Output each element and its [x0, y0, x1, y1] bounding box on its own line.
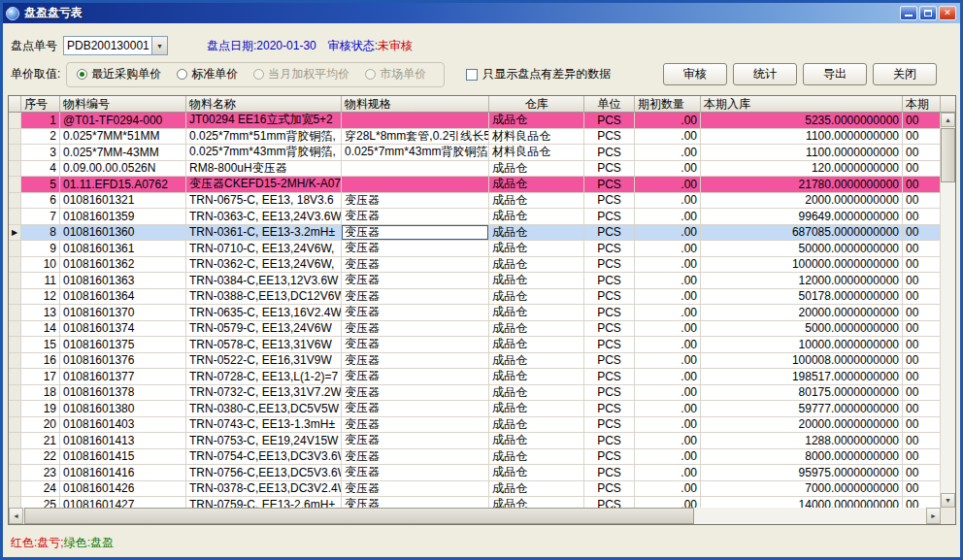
cell-unit[interactable]: PCS — [584, 257, 635, 273]
table-row[interactable]: 1301081601370TRN-0635-C, EE13,16V2.4W变压器… — [9, 305, 941, 321]
cell-unit[interactable]: PCS — [584, 321, 635, 337]
cell-name[interactable]: TRN-0363-C, EE13,24V3.6W — [186, 209, 342, 224]
cell-no[interactable]: 25 — [21, 497, 60, 508]
table-row[interactable]: 1401081601374TRN-0579-C, EE13,24V6W变压器成品… — [9, 321, 941, 338]
row-selector[interactable] — [9, 353, 21, 369]
cell-in[interactable]: 1288.0000000000 — [701, 433, 903, 448]
cell-spec[interactable]: 0.025*7mm*43mm背胶铜箔,5 — [342, 145, 489, 160]
cell-wh[interactable]: 材料良品仓 — [489, 129, 584, 145]
table-row[interactable]: 1001081601362TRN-0362-C, EE13,24V6W,变压器成… — [9, 257, 941, 274]
row-selector[interactable] — [9, 497, 21, 508]
cell-unit[interactable]: PCS — [584, 449, 635, 465]
cell-spec[interactable] — [342, 161, 489, 177]
diff-only-checkbox[interactable]: 只显示盘点有差异的数据 — [466, 66, 611, 82]
table-row[interactable]: 2401081601426TRN-0378-C,EE13,DC3V2.4W变压器… — [9, 481, 941, 498]
cell-wh[interactable]: 成品仓 — [489, 209, 584, 224]
cell-unit[interactable]: PCS — [584, 241, 635, 256]
cell-begin[interactable]: .00 — [635, 193, 701, 209]
close-form-button[interactable]: 关闭 — [873, 63, 937, 85]
price-option-1[interactable]: 最近采购单价 — [77, 66, 161, 82]
cell-no[interactable]: 24 — [21, 481, 60, 497]
cell-spec[interactable]: 变压器 — [342, 369, 489, 384]
cell-name[interactable]: TRN-0754-C,EE13,DC3V3.6W — [186, 449, 342, 465]
cell-name[interactable]: TRN-0388-C,EE13,DC12V6W — [186, 289, 342, 305]
row-selector[interactable] — [9, 369, 21, 384]
cell-begin[interactable]: .00 — [635, 481, 701, 497]
vertical-scrollbar[interactable]: ▲ ▼ — [941, 113, 955, 508]
table-row[interactable]: 1901081601380TRN-0380-C,EE13,DC5V5W变压器成品… — [9, 401, 941, 417]
cell-spec[interactable]: 变压器 — [342, 193, 489, 209]
cell-unit[interactable]: PCS — [584, 129, 635, 145]
cell-wh[interactable]: 成品仓 — [489, 257, 584, 273]
cell-spec[interactable]: 变压器 — [342, 209, 489, 224]
cell-unit[interactable]: PCS — [584, 481, 635, 497]
cell-code[interactable]: 01081601363 — [60, 273, 186, 288]
cell-no[interactable]: 6 — [21, 193, 60, 209]
cell-begin[interactable]: .00 — [635, 209, 701, 224]
cell-in[interactable]: 95975.0000000000 — [701, 465, 903, 480]
cell-spec[interactable]: 变压器 — [342, 433, 489, 448]
cell-code[interactable]: 01081601359 — [60, 209, 186, 224]
cell-code[interactable]: 01081601370 — [60, 305, 186, 320]
cell-no[interactable]: 3 — [21, 145, 60, 160]
cell-code[interactable]: 01081601415 — [60, 449, 186, 465]
cell-no[interactable]: 9 — [21, 241, 60, 256]
cell-code[interactable]: 01081601321 — [60, 193, 186, 209]
cell-unit[interactable]: PCS — [584, 145, 635, 160]
cell-begin[interactable]: .00 — [635, 273, 701, 288]
cell-no[interactable]: 18 — [21, 385, 60, 401]
cell-name[interactable]: TRN-0753-C, EE19,24V15W — [186, 433, 342, 448]
cell-name[interactable]: TRN-0732-C, EE13,31V7.2W — [186, 385, 342, 401]
cell-tail[interactable]: 00 — [903, 129, 941, 145]
cell-no[interactable]: 20 — [21, 417, 60, 433]
table-row[interactable]: 1101081601363TRN-0384-C,EE13,12V3.6W变压器成… — [9, 273, 941, 289]
cell-in[interactable]: 1100.0000000000 — [701, 129, 903, 145]
cell-in[interactable]: 12000.0000000000 — [701, 273, 903, 288]
cell-begin[interactable]: .00 — [635, 257, 701, 273]
column-header-spec[interactable]: 物料规格 — [342, 96, 489, 113]
table-row[interactable]: 701081601359TRN-0363-C, EE13,24V3.6W变压器成… — [9, 209, 941, 225]
cell-tail[interactable]: 00 — [903, 497, 941, 508]
cell-begin[interactable]: .00 — [635, 449, 701, 465]
cell-unit[interactable]: PCS — [584, 337, 635, 352]
cell-wh[interactable]: 成品仓 — [489, 465, 584, 480]
cell-tail[interactable]: 00 — [903, 449, 941, 465]
row-selector[interactable] — [9, 145, 21, 160]
cell-name[interactable]: TRN-0743-C, EE13-1.3mH± — [186, 417, 342, 433]
cell-spec[interactable]: 变压器 — [342, 337, 489, 352]
cell-begin[interactable]: .00 — [635, 465, 701, 480]
cell-name[interactable]: TRN-0759-C, EE13-2.6mH± — [186, 497, 342, 508]
cell-code[interactable]: 01081601377 — [60, 369, 186, 384]
cell-in[interactable]: 80175.0000000000 — [701, 385, 903, 401]
table-row[interactable]: 2501081601427TRN-0759-C, EE13-2.6mH±变压器成… — [9, 497, 941, 508]
cell-begin[interactable]: .00 — [635, 129, 701, 145]
cell-name[interactable]: TRN-0384-C,EE13,12V3.6W — [186, 273, 342, 288]
table-row[interactable]: 901081601361TRN-0710-C, EE13,24V6W,变压器成品… — [9, 241, 941, 257]
close-button[interactable] — [939, 6, 956, 20]
cell-spec[interactable]: 变压器 — [342, 225, 489, 241]
row-selector[interactable] — [9, 385, 21, 401]
cell-no[interactable]: 12 — [21, 289, 60, 305]
cell-wh[interactable]: 成品仓 — [489, 241, 584, 256]
cell-in[interactable]: 20000.0000000000 — [701, 305, 903, 320]
cell-tail[interactable]: 00 — [903, 257, 941, 273]
cell-code[interactable]: 01081601362 — [60, 257, 186, 273]
table-row[interactable]: 1601081601376TRN-0522-C, EE16,31V9W变压器成品… — [9, 353, 941, 370]
cell-name[interactable]: TRN-0728-C, EE13,L(1-2)=7 — [186, 369, 342, 384]
cell-in[interactable]: 14000.0000000000 — [701, 497, 903, 508]
column-header-unit[interactable]: 单位 — [584, 96, 635, 113]
row-selector[interactable] — [9, 177, 21, 192]
cell-code[interactable]: 01081601376 — [60, 353, 186, 369]
column-header-tail[interactable]: 本期 — [903, 96, 941, 113]
cell-unit[interactable]: PCS — [584, 465, 635, 480]
cell-spec[interactable]: 变压器 — [342, 257, 489, 273]
table-row[interactable]: 20.025*7MM*51MM0.025*7mm*51mm背胶铜箔,穿28L*8… — [9, 129, 941, 146]
row-selector[interactable] — [9, 401, 21, 416]
table-row[interactable]: 30.025*7MM-43MM0.025*7mm*43mm背胶铜箔,0.025*… — [9, 145, 941, 161]
cell-code[interactable]: 0.025*7MM*51MM — [60, 129, 186, 145]
row-selector[interactable] — [9, 273, 21, 288]
radio-icon[interactable] — [77, 69, 87, 80]
cell-unit[interactable]: PCS — [584, 193, 635, 209]
cell-spec[interactable] — [342, 177, 489, 192]
cell-begin[interactable]: .00 — [635, 177, 701, 192]
